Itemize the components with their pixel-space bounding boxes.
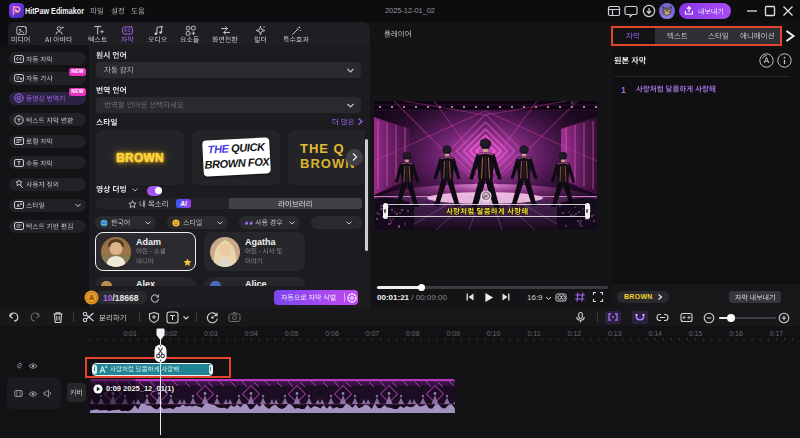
svg-text:0:01: 0:01 (123, 330, 137, 337)
svg-text:0:07: 0:07 (366, 330, 380, 337)
svg-text:0:08: 0:08 (406, 330, 420, 337)
svg-text:0:03: 0:03 (204, 330, 218, 337)
svg-text:A: A (89, 294, 94, 301)
svg-text:0:16: 0:16 (729, 330, 743, 337)
svg-text:0:13: 0:13 (608, 330, 622, 337)
svg-text:0:12: 0:12 (568, 330, 582, 337)
svg-text:0:09: 0:09 (446, 330, 460, 337)
svg-text:0:14: 0:14 (648, 330, 662, 337)
svg-text:0:05: 0:05 (285, 330, 299, 337)
svg-text:0:15: 0:15 (689, 330, 703, 337)
svg-text:0:04: 0:04 (244, 330, 258, 337)
svg-text:0:10: 0:10 (487, 330, 501, 337)
svg-text:0:06: 0:06 (325, 330, 339, 337)
svg-text:0:02: 0:02 (164, 330, 178, 337)
svg-text:0:11: 0:11 (527, 330, 540, 337)
svg-text:0:17: 0:17 (770, 330, 784, 337)
